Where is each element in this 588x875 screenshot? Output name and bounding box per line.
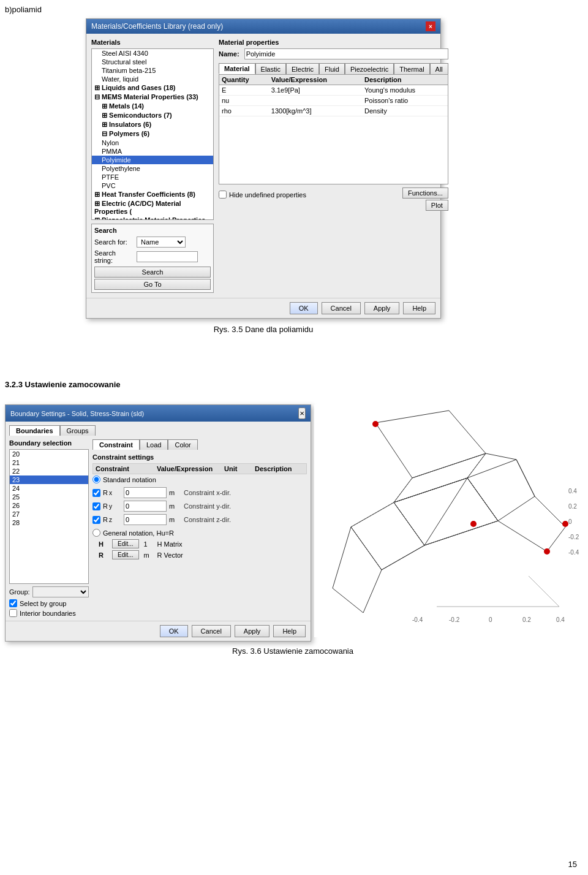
bd-item-21[interactable]: 21 bbox=[10, 458, 88, 467]
search-button[interactable]: Search bbox=[94, 267, 211, 278]
tab-thermal[interactable]: Thermal bbox=[394, 63, 429, 74]
bd-item-23[interactable]: 23 bbox=[10, 475, 88, 484]
bd-item-28[interactable]: 28 bbox=[10, 518, 88, 527]
mat-group-electric[interactable]: ⊞ Electric (AC/DC) Material Properties ( bbox=[92, 199, 213, 216]
constraint-settings-label: Constraint settings bbox=[92, 453, 307, 461]
bd-item-22[interactable]: 22 bbox=[10, 467, 88, 475]
bd-help-button[interactable]: Help bbox=[273, 625, 306, 637]
bd-tab-groups[interactable]: Groups bbox=[60, 425, 96, 436]
bd-item-20[interactable]: 20 bbox=[10, 450, 88, 458]
mat-group-metals[interactable]: ⊞ Metals (14) bbox=[92, 102, 213, 111]
search-string-input[interactable] bbox=[137, 251, 198, 262]
mat-item-pmma[interactable]: PMMA bbox=[92, 147, 213, 156]
bd-boundary-list[interactable]: 20 21 22 23 24 25 26 27 28 bbox=[9, 449, 89, 584]
col-unit: Unit bbox=[224, 465, 255, 472]
bd-interior-boundaries-checkbox[interactable] bbox=[9, 609, 17, 617]
constraint-rx-input[interactable] bbox=[124, 487, 167, 498]
tab-fluid[interactable]: Fluid bbox=[319, 63, 345, 74]
properties-tabs-row: Material Elastic Electric Fluid Piezoele… bbox=[219, 63, 448, 74]
cell-quantity-e: E bbox=[219, 85, 269, 96]
tab-all[interactable]: All bbox=[430, 63, 448, 74]
goto-button[interactable]: Go To bbox=[94, 279, 211, 290]
bd-subtab-load[interactable]: Load bbox=[140, 439, 168, 450]
bd-item-27[interactable]: 27 bbox=[10, 510, 88, 518]
mat-group-heattransfer[interactable]: ⊞ Heat Transfer Coefficients (8) bbox=[92, 190, 213, 199]
mat-group-semiconductors[interactable]: ⊞ Semiconductors (7) bbox=[92, 111, 213, 120]
bd-item-24[interactable]: 24 bbox=[10, 484, 88, 493]
col-desc: Description bbox=[255, 465, 304, 472]
standard-notation-row: Standard notation bbox=[92, 475, 307, 483]
mat-group-insulators[interactable]: ⊞ Insulators (6) bbox=[92, 120, 213, 129]
materials-apply-button[interactable]: Apply bbox=[364, 302, 400, 314]
figure1-container: Materials/Coefficients Library (read onl… bbox=[86, 18, 441, 334]
constraint-ry-input[interactable] bbox=[124, 501, 167, 512]
bd-apply-button[interactable]: Apply bbox=[235, 625, 270, 637]
functions-button[interactable]: Functions... bbox=[402, 188, 448, 199]
bd-ok-button[interactable]: OK bbox=[160, 625, 188, 637]
svg-text:-0.4: -0.4 bbox=[568, 549, 579, 556]
svg-text:-0.2: -0.2 bbox=[568, 534, 579, 540]
r-edit-button[interactable]: Edit... bbox=[112, 550, 139, 559]
mat-group-mems[interactable]: ⊟ MEMS Material Properties (33) bbox=[92, 93, 213, 102]
svg-text:0: 0 bbox=[489, 616, 492, 623]
materials-ok-button[interactable]: OK bbox=[290, 302, 318, 314]
mat-item-water[interactable]: Water, liquid bbox=[92, 75, 213, 83]
bd-tab-boundaries[interactable]: Boundaries bbox=[9, 425, 60, 436]
bd-select-by-group-checkbox[interactable] bbox=[9, 599, 17, 607]
materials-list[interactable]: Steel AISI 4340 Structural steel Titaniu… bbox=[91, 48, 214, 220]
bd-close-button[interactable]: × bbox=[298, 407, 306, 419]
svg-text:0.4: 0.4 bbox=[556, 616, 565, 623]
mat-item-pvc[interactable]: PVC bbox=[92, 181, 213, 190]
search-for-label: Search for: bbox=[94, 238, 134, 246]
bd-item-26[interactable]: 26 bbox=[10, 501, 88, 510]
constraint-rx-checkbox[interactable] bbox=[92, 489, 100, 497]
mat-name-input[interactable] bbox=[244, 48, 448, 59]
table-row: rho 1300[kg/m^3] Density bbox=[219, 106, 448, 116]
cell-desc-e: Young's modulus bbox=[362, 85, 448, 96]
constraint-rz-input[interactable] bbox=[124, 514, 167, 525]
bd-item-25[interactable]: 25 bbox=[10, 493, 88, 501]
h-label: H bbox=[99, 540, 107, 548]
materials-cancel-button[interactable]: Cancel bbox=[322, 302, 361, 314]
general-notation-radio[interactable] bbox=[92, 529, 100, 537]
tab-electric[interactable]: Electric bbox=[286, 63, 319, 74]
col-description: Description bbox=[362, 75, 448, 85]
h-edit-button[interactable]: Edit... bbox=[112, 539, 139, 548]
hide-undef-checkbox[interactable] bbox=[219, 191, 227, 199]
bd-body: Boundaries Groups Boundary selection 20 … bbox=[6, 422, 311, 621]
plot-button[interactable]: Plot bbox=[426, 200, 448, 211]
bd-title: Boundary Settings - Solid, Stress-Strain… bbox=[10, 410, 144, 417]
standard-notation-label: Standard notation bbox=[103, 476, 156, 483]
standard-notation-radio[interactable] bbox=[92, 475, 100, 483]
materials-help-button[interactable]: Help bbox=[403, 302, 435, 314]
constraint-rz-checkbox[interactable] bbox=[92, 516, 100, 524]
constraint-ry-checkbox[interactable] bbox=[92, 502, 100, 510]
mat-group-piezo[interactable]: ⊞ Piezoelectric Material Properties (33) bbox=[92, 216, 213, 220]
boundary-dialog-footer: OK Cancel Apply Help bbox=[6, 621, 311, 641]
search-for-select[interactable]: Name bbox=[137, 237, 186, 248]
mat-item-polyethylene[interactable]: Polyethylene bbox=[92, 164, 213, 173]
materials-close-button[interactable]: × bbox=[426, 21, 435, 31]
mat-group-polymers[interactable]: ⊟ Polymers (6) bbox=[92, 129, 213, 138]
mat-item-polyimide[interactable]: Polyimide bbox=[92, 156, 213, 164]
bd-subtab-color[interactable]: Color bbox=[168, 439, 197, 450]
mat-item-structural[interactable]: Structural steel bbox=[92, 58, 213, 66]
tab-material[interactable]: Material bbox=[219, 63, 255, 74]
model-3d-svg: -0.4 -0.2 0 0.2 0.4 -0.4 -0.2 0 0.2 0.4 bbox=[311, 404, 581, 637]
mat-item-titanium[interactable]: Titanium beta-215 bbox=[92, 66, 213, 75]
figure2-inner: Boundary Settings - Solid, Stress-Strain… bbox=[5, 404, 581, 642]
bd-subtab-constraint[interactable]: Constraint bbox=[92, 439, 140, 450]
mat-item-ptfe[interactable]: PTFE bbox=[92, 173, 213, 181]
search-for-row: Search for: Name bbox=[94, 237, 211, 248]
mat-group-liquids[interactable]: ⊞ Liquids and Gases (18) bbox=[92, 83, 213, 93]
constraint-rx-label: Rx bbox=[103, 489, 121, 496]
bd-cancel-button[interactable]: Cancel bbox=[192, 625, 231, 637]
section-heading: 3.2.3 Ustawienie zamocowanie bbox=[5, 380, 121, 389]
tab-elastic[interactable]: Elastic bbox=[255, 63, 286, 74]
bd-group-select[interactable] bbox=[32, 586, 89, 597]
mat-item-steel4340[interactable]: Steel AISI 4340 bbox=[92, 49, 213, 58]
materials-dialog-footer: OK Cancel Apply Help bbox=[86, 298, 440, 318]
r-desc: R Vector bbox=[157, 551, 183, 559]
mat-item-nylon[interactable]: Nylon bbox=[92, 138, 213, 147]
tab-piezoelectric[interactable]: Piezoelectric bbox=[345, 63, 394, 74]
